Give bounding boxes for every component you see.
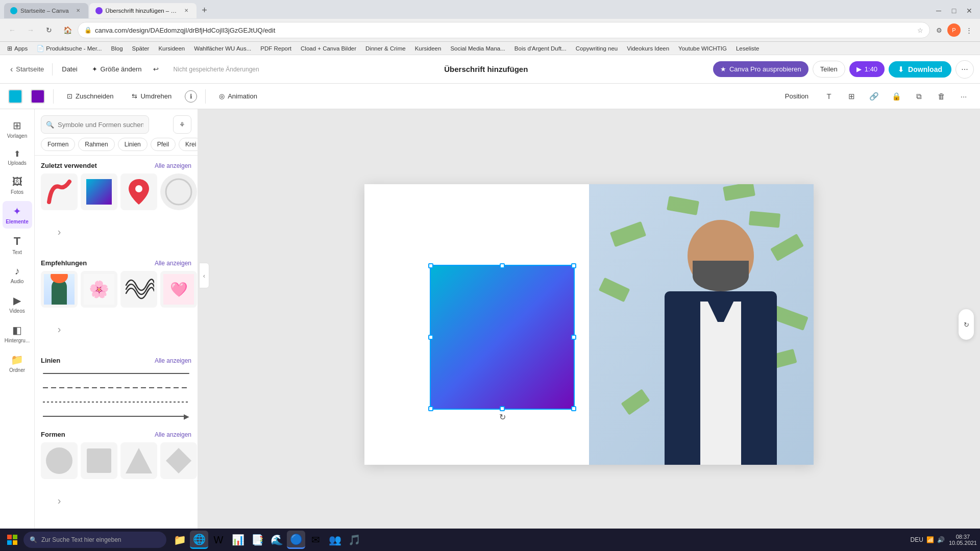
color-swatch-teal[interactable] [8, 89, 22, 104]
flip-button[interactable]: ⇆ Umdrehen [127, 89, 177, 103]
right-scroll-btn[interactable]: ↻ [959, 309, 974, 340]
shape-circle[interactable] [41, 442, 78, 479]
search-input[interactable] [41, 115, 149, 134]
crop-button[interactable]: ⊡ Zuschneiden [62, 89, 118, 103]
more-icon-btn[interactable]: ··· [955, 88, 972, 105]
bookmark-blog[interactable]: Blog [108, 44, 126, 53]
shape-triangle[interactable] [120, 442, 157, 479]
recent-item-3[interactable] [120, 173, 157, 210]
taskbar-app-music[interactable]: 🎵 [345, 531, 363, 549]
grid-icon-btn[interactable]: ⊞ [843, 88, 860, 105]
maximize-button[interactable]: □ [947, 4, 961, 17]
rec-item-4[interactable]: 🩷 [160, 271, 197, 308]
home-button[interactable]: ‹ Startseite [6, 62, 48, 77]
bookmark-videokurs[interactable]: Videokurs Ideen [624, 44, 672, 53]
rec-item-1[interactable] [41, 271, 78, 308]
bookmark-kursideen[interactable]: Kursideen [155, 44, 188, 53]
cat-tab-krei[interactable]: Krei [179, 138, 198, 151]
gradient-box[interactable] [431, 266, 574, 409]
shape-square[interactable] [81, 442, 117, 479]
bookmark-pdf[interactable]: PDF Report [257, 44, 295, 53]
download-button[interactable]: ⬇ Download [889, 61, 951, 78]
sidebar-item-vorlagen[interactable]: ⊞ Vorlagen [3, 115, 32, 143]
sidebar-toggle[interactable]: ‹ [199, 263, 209, 288]
sidebar-item-elemente[interactable]: ✦ Elemente [3, 201, 32, 229]
share-button[interactable]: Teilen [813, 61, 845, 78]
taskbar-app-powerpoint[interactable]: 📑 [248, 531, 266, 549]
back-button[interactable]: ← [4, 22, 20, 38]
close-button[interactable]: ✕ [963, 4, 976, 17]
sidebar-item-hintergrund[interactable]: ◧ Hintergru... [3, 320, 32, 347]
minimize-button[interactable]: ─ [932, 4, 945, 17]
start-button[interactable] [3, 531, 21, 549]
animation-button[interactable]: ◎ Animation [214, 89, 262, 103]
bookmark-youtube[interactable]: Youtube WICHTIG [675, 44, 730, 53]
sidebar-item-videos[interactable]: ▶ Videos [3, 290, 32, 318]
taskbar-clock[interactable]: 08:37 10.05.2021 [949, 534, 977, 546]
rec-item-3[interactable] [120, 271, 157, 308]
copy-icon-btn[interactable]: ⧉ [911, 88, 927, 105]
bookmark-later[interactable]: Später [129, 44, 153, 53]
sidebar-item-ordner[interactable]: 📁 Ordner [3, 349, 32, 377]
cat-tab-rahmen[interactable]: Rahmen [78, 138, 114, 151]
taskbar-app-chrome[interactable]: 🔵 [287, 531, 305, 549]
text-icon-btn[interactable]: T [821, 88, 837, 105]
bookmark-copywriting[interactable]: Copywriting neu [573, 44, 621, 53]
sidebar-item-audio[interactable]: ♪ Audio [3, 261, 32, 288]
forward-button[interactable]: → [22, 22, 39, 38]
tab-close-2[interactable]: ✕ [182, 7, 190, 15]
shape-diamond[interactable] [160, 442, 197, 479]
design-canvas[interactable]: ↻ [364, 184, 814, 465]
sidebar-item-text[interactable]: T Text [3, 231, 32, 259]
shapes-link[interactable]: Alle anzeigen [155, 431, 191, 438]
undo-button[interactable]: ↩ [151, 62, 167, 76]
color-swatch-purple[interactable] [31, 89, 45, 104]
canvas-container[interactable]: ↻ ↻ [198, 109, 980, 540]
taskbar-app-browser[interactable]: 🌐 [190, 531, 208, 549]
taskbar-app-explorer[interactable]: 📁 [170, 531, 189, 549]
sidebar-item-uploads[interactable]: ⬆ Uploads [3, 145, 32, 170]
more-options-btn[interactable]: ⋮ [962, 23, 976, 37]
resize-button[interactable]: ✦ Größe ändern [87, 62, 147, 76]
home-nav-button[interactable]: 🏠 [59, 22, 76, 38]
recent-item-2[interactable] [81, 173, 117, 210]
bookmark-leseliste[interactable]: Leseliste [733, 44, 762, 53]
cat-tab-formen[interactable]: Formen [41, 138, 75, 151]
taskbar-app-excel[interactable]: 📊 [229, 531, 247, 549]
tab-active[interactable]: Überschrift hinzufügen – Logo ✕ [89, 3, 197, 18]
new-tab-button[interactable]: + [198, 4, 212, 18]
extensions-btn[interactable]: ⚙ [932, 23, 946, 37]
position-button[interactable]: Position [779, 89, 815, 103]
cat-tab-linien[interactable]: Linien [118, 138, 148, 151]
recent-item-more[interactable]: › [41, 213, 78, 250]
bookmark-bois[interactable]: Bois d'Argent Duft... [511, 44, 570, 53]
bookmark-cload[interactable]: Cload + Canva Bilder [298, 44, 359, 53]
play-button[interactable]: ▶ 1:40 [849, 61, 885, 77]
filter-button[interactable]: ⚘ [173, 115, 191, 134]
recent-item-4[interactable] [160, 173, 197, 210]
info-button[interactable]: ℹ [185, 90, 197, 103]
refresh-button[interactable]: ↻ [41, 22, 57, 38]
taskbar-app-word[interactable]: W [209, 531, 228, 549]
link-icon-btn[interactable]: 🔗 [866, 88, 882, 105]
file-button[interactable]: Datei [57, 62, 82, 76]
address-bar[interactable]: 🔒 canva.com/design/DAEdomzqjI/drBfjHdCoj… [78, 22, 930, 38]
line-solid[interactable] [43, 368, 189, 379]
bookmark-dinner[interactable]: Dinner & Crime [362, 44, 409, 53]
canva-pro-button[interactable]: ★ Canva Pro ausprobieren [713, 61, 808, 77]
line-arrow[interactable]: ▶ [43, 411, 189, 421]
recently-used-link[interactable]: Alle anzeigen [155, 162, 191, 169]
profile-btn[interactable]: P [947, 23, 961, 37]
rec-item-more[interactable]: › [41, 311, 78, 347]
bookmark-kursideen2[interactable]: Kursideen [412, 44, 445, 53]
taskbar-app-edge[interactable]: 🌊 [267, 531, 286, 549]
recent-item-1[interactable] [41, 173, 78, 210]
lines-link[interactable]: Alle anzeigen [155, 357, 191, 364]
more-button[interactable]: ··· [955, 60, 974, 79]
cat-tab-pfeil[interactable]: Pfeil [151, 138, 176, 151]
taskbar-app-mail[interactable]: ✉ [306, 531, 325, 549]
lock-icon-btn[interactable]: 🔒 [888, 88, 904, 105]
tab-close-1[interactable]: ✕ [74, 7, 82, 15]
bookmark-wahlfaecher[interactable]: Wahlfächer WU Aus... [191, 44, 254, 53]
bookmark-social[interactable]: Social Media Mana... [447, 44, 508, 53]
